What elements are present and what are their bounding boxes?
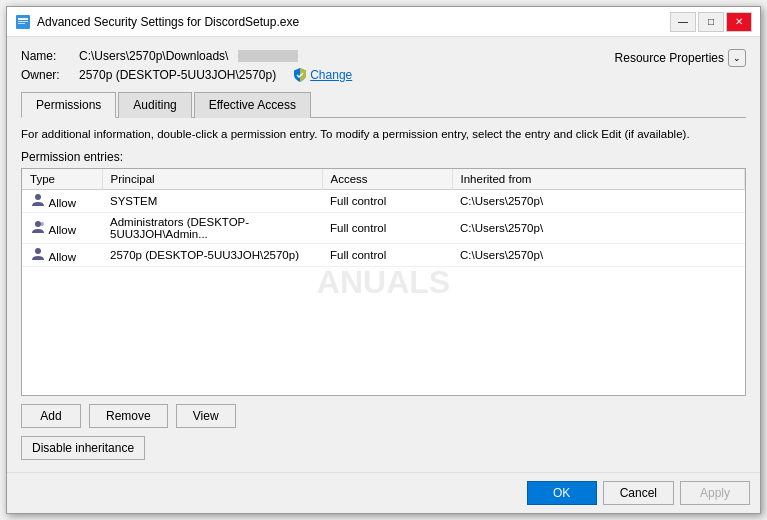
inheritance-row: Disable inheritance	[21, 436, 746, 460]
tab-auditing[interactable]: Auditing	[118, 92, 191, 118]
shield-icon	[292, 67, 308, 83]
remove-button[interactable]: Remove	[89, 404, 168, 428]
chevron-down-icon: ⌄	[728, 49, 746, 67]
add-button[interactable]: Add	[21, 404, 81, 428]
name-value: C:\Users\2570p\Downloads\	[79, 49, 228, 63]
maximize-button[interactable]: □	[698, 12, 724, 32]
watermark: ANUALS	[317, 264, 450, 301]
permissions-table-wrapper: ANUALS Type Principal Access Inherited f…	[21, 168, 746, 396]
col-type: Type	[22, 169, 102, 190]
resource-properties-area: Resource Properties ⌄	[615, 49, 746, 67]
table-body: Allow SYSTEM Full control C:\Users\2570p…	[22, 190, 745, 267]
svg-point-4	[35, 194, 41, 200]
view-button[interactable]: View	[176, 404, 236, 428]
resource-properties-label: Resource Properties	[615, 51, 724, 65]
close-button[interactable]: ✕	[726, 12, 752, 32]
description-text: For additional information, double-click…	[21, 126, 746, 142]
svg-rect-2	[18, 21, 28, 22]
change-section: Change	[292, 67, 352, 83]
name-redacted	[238, 50, 298, 62]
col-access: Access	[322, 169, 452, 190]
table-header: Type Principal Access Inherited from	[22, 169, 745, 190]
row-principal-0: SYSTEM	[102, 190, 322, 213]
svg-point-7	[35, 248, 41, 254]
action-buttons-row: Add Remove View	[21, 404, 746, 428]
row-access-2: Full control	[322, 244, 452, 267]
tab-effective-access[interactable]: Effective Access	[194, 92, 311, 118]
window-controls: — □ ✕	[670, 12, 752, 32]
user-icon	[30, 220, 46, 234]
owner-row: Owner: 2570p (DESKTOP-5UU3JOH\2570p) Cha…	[21, 67, 746, 83]
permissions-table: Type Principal Access Inherited from	[22, 169, 745, 267]
resource-properties-button[interactable]: Resource Properties ⌄	[615, 49, 746, 67]
window-icon	[15, 14, 31, 30]
apply-button[interactable]: Apply	[680, 481, 750, 505]
owner-value: 2570p (DESKTOP-5UU3JOH\2570p)	[79, 68, 276, 82]
tabs-section: Permissions Auditing Effective Access	[21, 91, 746, 118]
col-principal: Principal	[102, 169, 322, 190]
table-row[interactable]: Allow 2570p (DESKTOP-5UU3JOH\2570p) Full…	[22, 244, 745, 267]
change-link[interactable]: Change	[310, 68, 352, 82]
tab-permissions[interactable]: Permissions	[21, 92, 116, 118]
row-inherited-1: C:\Users\2570p\	[452, 213, 745, 244]
row-type-1: Allow	[22, 213, 102, 244]
window-title: Advanced Security Settings for DiscordSe…	[37, 15, 670, 29]
content-area: Name: C:\Users\2570p\Downloads\ Owner: 2…	[7, 37, 760, 472]
row-access-0: Full control	[322, 190, 452, 213]
row-principal-2: 2570p (DESKTOP-5UU3JOH\2570p)	[102, 244, 322, 267]
svg-point-6	[40, 222, 44, 226]
minimize-button[interactable]: —	[670, 12, 696, 32]
name-label: Name:	[21, 49, 71, 63]
table-row[interactable]: Allow Administrators (DESKTOP-5UU3JOH\Ad…	[22, 213, 745, 244]
svg-rect-3	[18, 23, 25, 24]
title-bar: Advanced Security Settings for DiscordSe…	[7, 7, 760, 37]
owner-label: Owner:	[21, 68, 71, 82]
permission-entries-label: Permission entries:	[21, 150, 746, 164]
row-access-1: Full control	[322, 213, 452, 244]
table-row[interactable]: Allow SYSTEM Full control C:\Users\2570p…	[22, 190, 745, 213]
footer: OK Cancel Apply	[7, 472, 760, 513]
ok-button[interactable]: OK	[527, 481, 597, 505]
col-inherited: Inherited from	[452, 169, 745, 190]
row-type: Allow	[22, 190, 102, 213]
row-inherited-2: C:\Users\2570p\	[452, 244, 745, 267]
user-icon	[30, 247, 46, 261]
main-window: Advanced Security Settings for DiscordSe…	[6, 6, 761, 514]
cancel-button[interactable]: Cancel	[603, 481, 674, 505]
disable-inheritance-button[interactable]: Disable inheritance	[21, 436, 145, 460]
row-inherited-0: C:\Users\2570p\	[452, 190, 745, 213]
info-section: Name: C:\Users\2570p\Downloads\ Owner: 2…	[21, 49, 746, 83]
row-principal-1: Administrators (DESKTOP-5UU3JOH\Admin...	[102, 213, 322, 244]
user-icon	[30, 193, 46, 207]
row-type-2: Allow	[22, 244, 102, 267]
svg-rect-1	[18, 18, 28, 20]
